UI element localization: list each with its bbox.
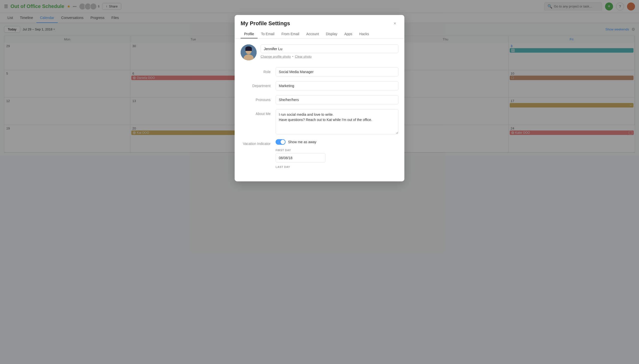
profile-name-section: Change profile photo • Clear photo: [261, 44, 398, 58]
about-row: About Me I run social media and love to …: [241, 109, 398, 134]
first-day-input-wrap: ⊗: [276, 153, 325, 156]
profile-top-section: Change profile photo • Clear photo: [241, 44, 398, 60]
first-day-section: FIRST DAY ⊗: [276, 149, 398, 156]
profile-avatar[interactable]: [241, 44, 257, 60]
pronouns-row: Pronouns: [241, 95, 398, 104]
first-day-input[interactable]: [276, 154, 325, 156]
department-row: Department: [241, 81, 398, 90]
toggle-row: Show me as away: [276, 139, 398, 145]
tab-to-email[interactable]: To Email: [258, 30, 278, 38]
tab-display[interactable]: Display: [322, 30, 341, 38]
vacation-content: Show me as away FIRST DAY ⊗ LAST DAY: [276, 139, 398, 156]
modal-overlay[interactable]: My Profile Settings × Profile To Email F…: [0, 0, 639, 156]
department-input[interactable]: [276, 81, 398, 90]
tab-profile[interactable]: Profile: [241, 30, 258, 38]
role-label: Role: [241, 67, 271, 74]
clear-photo-link[interactable]: Clear photo: [295, 55, 312, 58]
about-label: About Me: [241, 109, 271, 116]
modal-close-button[interactable]: ×: [391, 20, 398, 27]
profile-photo-links: Change profile photo • Clear photo: [261, 55, 398, 58]
first-day-label: FIRST DAY: [276, 149, 398, 152]
svg-rect-6: [245, 48, 252, 51]
toggle-label: Show me as away: [288, 140, 317, 144]
modal-header: My Profile Settings ×: [235, 15, 404, 27]
modal-tabs: Profile To Email From Email Account Disp…: [235, 30, 404, 38]
tab-account[interactable]: Account: [303, 30, 322, 38]
tab-from-email[interactable]: From Email: [278, 30, 303, 38]
modal-title: My Profile Settings: [241, 20, 290, 27]
change-photo-link[interactable]: Change profile photo: [261, 55, 291, 58]
about-textarea[interactable]: I run social media and love to write. Ha…: [276, 109, 398, 134]
role-row: Role: [241, 67, 398, 76]
department-label: Department: [241, 81, 271, 88]
tab-apps[interactable]: Apps: [341, 30, 356, 38]
toggle-knob: [281, 140, 285, 144]
vacation-label: Vacation Indicator: [241, 139, 271, 146]
vacation-row: Vacation Indicator Show me as away FIRST…: [241, 139, 398, 156]
vacation-toggle[interactable]: [276, 139, 286, 145]
tab-hacks[interactable]: Hacks: [356, 30, 372, 38]
role-input[interactable]: [276, 67, 398, 76]
profile-settings-modal: My Profile Settings × Profile To Email F…: [235, 15, 404, 156]
pronouns-input[interactable]: [276, 95, 398, 104]
modal-body: Change profile photo • Clear photo Role …: [235, 38, 404, 156]
photo-separator: •: [292, 55, 294, 58]
profile-name-input[interactable]: [261, 44, 398, 53]
pronouns-label: Pronouns: [241, 95, 271, 102]
